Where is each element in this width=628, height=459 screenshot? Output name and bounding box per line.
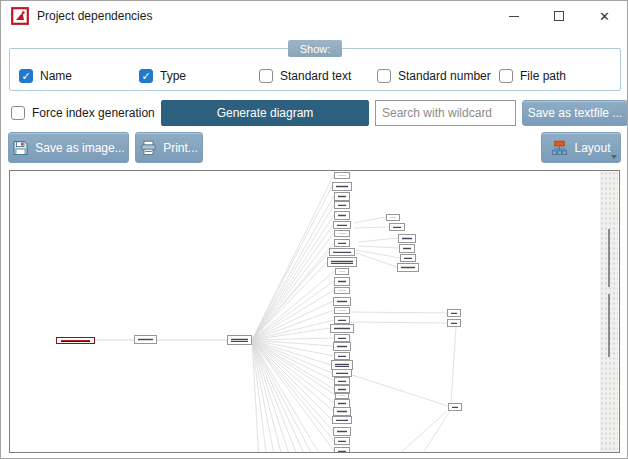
checkbox-icon	[377, 69, 391, 83]
close-icon: ✕	[599, 10, 610, 23]
dependency-node[interactable]	[333, 221, 351, 229]
dependency-node[interactable]	[332, 369, 352, 377]
dependency-node[interactable]	[334, 211, 350, 220]
dependency-node[interactable]	[327, 257, 357, 267]
dependency-node[interactable]	[334, 377, 350, 385]
printer-icon	[140, 140, 157, 156]
checkbox-icon	[499, 69, 513, 83]
dependency-diagram[interactable]	[9, 170, 620, 453]
checkbox-icon	[259, 69, 273, 83]
force-index-checkbox[interactable]: Force index generation	[11, 105, 155, 121]
dependency-node[interactable]	[386, 214, 400, 221]
dependency-node[interactable]	[333, 297, 351, 306]
show-checkbox-name[interactable]: Name	[19, 68, 72, 84]
dependency-node[interactable]	[334, 192, 350, 201]
window-title: Project dependencies	[37, 9, 152, 23]
checkbox-icon	[11, 106, 25, 120]
dependency-node[interactable]	[335, 268, 349, 275]
dependency-node[interactable]	[447, 309, 461, 317]
dependency-node[interactable]	[227, 335, 252, 345]
dependency-node[interactable]	[334, 230, 350, 237]
maximize-icon	[554, 11, 564, 21]
show-group-label: Show:	[288, 40, 342, 57]
dropdown-caret-icon	[611, 155, 617, 159]
dependency-node[interactable]	[334, 334, 350, 342]
dependency-node[interactable]	[333, 427, 351, 436]
dependency-node[interactable]	[389, 223, 405, 231]
dependency-node[interactable]	[56, 337, 95, 344]
save-image-label: Save as image...	[35, 141, 124, 155]
dependency-node[interactable]	[332, 416, 352, 424]
checkbox-label: Standard text	[280, 69, 351, 83]
dependency-node[interactable]	[334, 307, 350, 314]
show-checkbox-standard-text[interactable]: Standard text	[259, 68, 351, 84]
minimize-icon	[509, 16, 519, 17]
dependency-node[interactable]	[333, 407, 351, 416]
checkbox-label: File path	[520, 69, 566, 83]
dependency-node[interactable]	[334, 316, 350, 324]
checkbox-icon	[139, 69, 153, 83]
dependency-node[interactable]	[134, 335, 157, 344]
save-image-button[interactable]: Save as image...	[8, 132, 129, 163]
maximize-button[interactable]	[536, 1, 581, 31]
vertical-scrollbar[interactable]	[600, 171, 618, 452]
dependency-node[interactable]	[447, 319, 461, 327]
dependency-node[interactable]	[399, 244, 415, 253]
dependency-node[interactable]	[334, 352, 350, 360]
dependency-node[interactable]	[334, 277, 350, 286]
checkbox-label: Standard number	[398, 69, 491, 83]
scrollbar-thumb[interactable]	[608, 229, 610, 287]
checkbox-icon	[19, 69, 33, 83]
dependency-node[interactable]	[334, 287, 350, 294]
scrollbar-thumb[interactable]	[608, 294, 610, 357]
show-checkbox-standard-number[interactable]: Standard number	[377, 68, 491, 84]
floppy-disk-icon	[12, 140, 29, 156]
dependency-node[interactable]	[400, 254, 416, 262]
app-icon	[11, 7, 29, 25]
save-textfile-button[interactable]: Save as textfile ...	[522, 100, 628, 126]
layout-hierarchy-icon	[551, 140, 568, 156]
checkbox-label: Name	[40, 69, 72, 83]
dependency-node[interactable]	[448, 403, 462, 411]
show-checkbox-file-path[interactable]: File path	[499, 68, 566, 84]
dependency-node[interactable]	[334, 172, 350, 179]
layout-label: Layout	[574, 141, 610, 155]
dependency-node[interactable]	[333, 342, 351, 351]
dependency-node[interactable]	[334, 239, 350, 247]
force-index-label: Force index generation	[32, 106, 155, 120]
show-checkbox-type[interactable]: Type	[139, 68, 186, 84]
print-label: Print...	[163, 141, 198, 155]
dependency-node[interactable]	[330, 324, 354, 333]
layout-button[interactable]: Layout	[541, 132, 621, 163]
dependency-node[interactable]	[334, 437, 350, 445]
dependency-node[interactable]	[334, 447, 350, 453]
close-button[interactable]: ✕	[581, 1, 628, 31]
dependency-edges	[10, 171, 619, 452]
dependency-node[interactable]	[332, 182, 352, 191]
titlebar: Project dependencies ✕	[1, 1, 627, 31]
generate-diagram-button[interactable]: Generate diagram	[161, 100, 369, 126]
project-dependencies-window: Project dependencies ✕ Show: NameTypeSta…	[0, 0, 628, 459]
minimize-button[interactable]	[491, 1, 536, 31]
checkbox-label: Type	[160, 69, 186, 83]
dependency-node[interactable]	[334, 201, 350, 209]
dependency-node[interactable]	[398, 234, 416, 243]
dependency-node[interactable]	[397, 263, 419, 272]
dependency-node[interactable]	[335, 392, 349, 399]
dependency-node[interactable]	[329, 248, 355, 256]
search-input[interactable]	[375, 100, 516, 126]
print-button[interactable]: Print...	[135, 132, 203, 163]
